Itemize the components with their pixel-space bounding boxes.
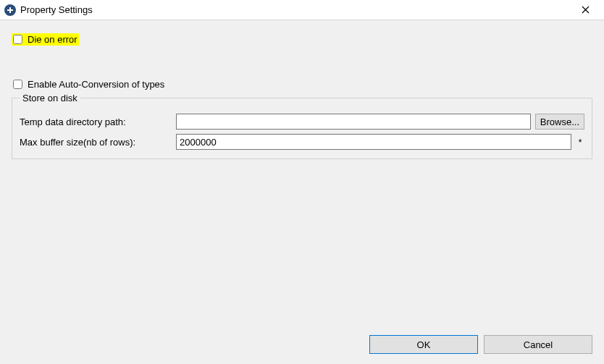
app-icon [4, 4, 16, 16]
auto-convert-row: Enable Auto-Conversion of types [12, 79, 592, 90]
temp-path-row: Temp data directory path: Browse... [20, 114, 584, 130]
svg-rect-1 [9, 7, 11, 13]
die-on-error-checkbox[interactable] [13, 35, 22, 44]
die-on-error-row: Die on error [12, 33, 592, 46]
max-buffer-label: Max buffer size(nb of rows): [20, 137, 172, 148]
temp-path-label: Temp data directory path: [20, 117, 172, 127]
required-mark: * [576, 137, 584, 148]
auto-convert-checkbox[interactable] [13, 80, 22, 89]
cancel-button[interactable]: Cancel [484, 335, 592, 354]
browse-button[interactable]: Browse... [535, 114, 584, 130]
close-icon [582, 4, 590, 16]
close-button[interactable] [571, 0, 600, 20]
ok-button[interactable]: OK [369, 335, 478, 354]
store-on-disk-legend: Store on disk [20, 93, 80, 103]
auto-convert-label: Enable Auto-Conversion of types [28, 79, 164, 90]
dialog-body: Die on error Enable Auto-Conversion of t… [0, 20, 604, 203]
window-title: Property Settings [20, 4, 571, 15]
temp-path-input[interactable] [176, 114, 531, 130]
dialog-button-bar: OK Cancel [369, 335, 592, 354]
max-buffer-row: Max buffer size(nb of rows): * [20, 134, 584, 150]
die-on-error-label: Die on error [28, 34, 77, 45]
max-buffer-input[interactable] [176, 134, 571, 150]
titlebar: Property Settings [0, 0, 604, 20]
die-on-error-highlight: Die on error [12, 33, 79, 46]
store-on-disk-group: Store on disk Temp data directory path: … [12, 93, 592, 159]
